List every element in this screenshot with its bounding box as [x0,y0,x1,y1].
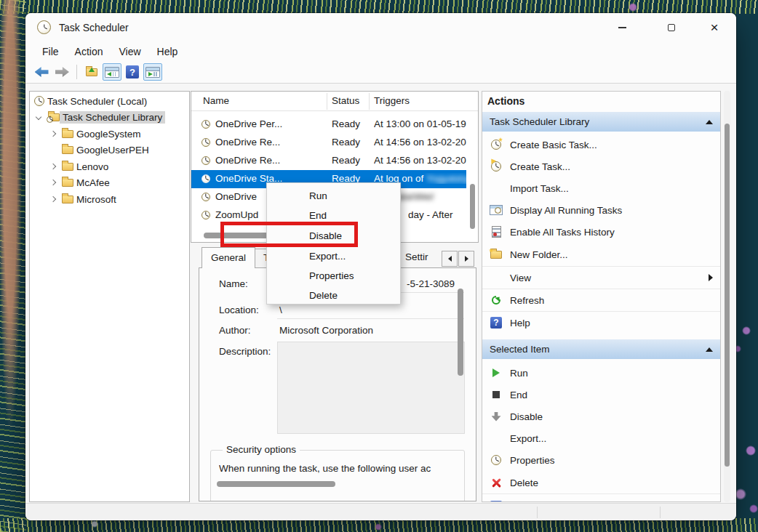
collapse-icon[interactable] [706,120,713,124]
task-icon [202,211,210,219]
folder-icon [62,196,73,203]
action-help[interactable]: ? Help [482,312,720,334]
action-create-task[interactable]: Create Task... [482,156,720,177]
security-options-legend: Security options [223,444,300,455]
action-end[interactable]: End [482,384,720,406]
menu-help[interactable]: Help [149,44,186,60]
context-menu-delete[interactable]: Delete [267,286,400,306]
column-separator[interactable] [327,93,327,110]
tree-item-lenovo[interactable]: Lenovo [30,158,189,174]
action-run[interactable]: Run [482,362,720,384]
redacted-text: Yogyata\yog [426,173,466,184]
tree-item-googlesystem[interactable]: GoogleSystem [30,126,189,142]
action-display-running-tasks[interactable]: Display All Running Tasks [482,199,720,221]
status-separator [660,507,661,518]
chevron-right-icon[interactable] [50,131,56,137]
name-label: Name: [219,278,248,289]
task-row[interactable]: OneDrive Re... Ready At 14:56 on 13-02-2… [191,152,466,170]
action-refresh[interactable]: Refresh [482,289,720,311]
tree-item-library[interactable]: Task Scheduler Library [30,109,189,125]
security-options-text: When running the task, use the following… [219,463,459,474]
task-icon [202,138,210,147]
back-button[interactable] [32,63,51,81]
task-status: Ready [332,137,360,148]
run-icon [489,368,503,377]
column-status[interactable]: Status [332,95,359,106]
desktop: Task Scheduler × File Action View Help ? [0,0,758,532]
status-separator [537,507,538,518]
action-view[interactable]: View [482,267,720,289]
tree-item-microsoft[interactable]: Microsoft [30,191,189,207]
context-menu-export[interactable]: Export... [267,246,400,267]
chevron-right-icon[interactable] [50,180,56,185]
context-menu-properties[interactable]: Properties [267,266,400,286]
end-icon [489,391,503,398]
task-icon [202,174,210,183]
show-action-pane-button[interactable] [143,63,162,81]
action-enable-history[interactable]: Enable All Tasks History [482,221,720,243]
running-tasks-icon [489,205,503,215]
properties-icon [489,455,503,465]
column-separator[interactable] [369,93,370,110]
tab-scroll-left-button[interactable] [442,251,458,267]
task-row[interactable]: OneDrive Re... Ready At 14:56 on 13-02-2… [191,134,466,152]
field-divider [277,318,464,319]
task-row[interactable]: OneDrive Per... Ready At 13:00 on 01-05-… [191,116,466,134]
minimize-icon [618,27,626,28]
close-button[interactable]: × [700,17,729,39]
chevron-right-icon[interactable] [50,196,56,202]
description-label: Description: [219,346,271,357]
toolbar: ? [25,61,736,84]
menu-file[interactable]: File [34,44,67,60]
action-create-basic-task[interactable]: Create Basic Task... [482,134,720,156]
refresh-icon [489,296,503,305]
actions-scrollbar-track[interactable] [724,91,730,502]
help-button[interactable]: ? [123,63,142,81]
collapse-icon[interactable] [706,347,713,352]
task-list-header: Name Status Triggers [191,92,478,111]
minimize-button[interactable] [607,17,637,39]
actions-section-selected-item[interactable]: Selected Item [482,339,720,359]
tab-general[interactable]: General [202,247,255,268]
tree-item-googleuserpeh[interactable]: GoogleUserPEH [30,142,189,158]
column-triggers[interactable]: Triggers [374,95,410,106]
tab-scroll-right-button[interactable] [458,251,474,267]
annotation-highlight-disable [220,222,358,247]
action-disable[interactable]: Disable [482,406,720,427]
action-help-cut[interactable]: ? [482,496,720,502]
action-delete[interactable]: Delete [482,472,720,493]
description-field[interactable] [277,342,465,434]
tree-item-root[interactable]: Task Scheduler (Local) [30,93,189,109]
forward-button[interactable] [52,63,71,81]
location-label: Location: [219,305,259,315]
chevron-right-icon[interactable] [50,164,56,169]
help-icon: ? [489,317,503,329]
details-vertical-scrollbar[interactable] [458,289,463,376]
wallpaper-grass-top [0,0,758,14]
redacted-text: gyata\Wei/ [388,191,479,202]
task-scheduler-logo-icon [37,20,51,34]
column-name[interactable]: Name [203,95,229,106]
action-import-task[interactable]: Import Task... [482,177,720,199]
chevron-down-icon[interactable] [36,114,41,120]
context-menu-run[interactable]: Run [267,186,400,206]
action-new-folder[interactable]: New Folder... [482,243,720,265]
task-name: OneDrive [215,191,257,202]
menu-view[interactable]: View [111,44,148,60]
tree-item-mcafee[interactable]: McAfee [30,174,189,190]
actions-vertical-scrollbar[interactable] [725,124,730,467]
maximize-button[interactable] [657,17,686,39]
show-console-tree-button[interactable] [103,63,121,81]
action-export[interactable]: Export... [482,427,720,449]
details-horizontal-scrollbar[interactable] [217,481,335,487]
actions-section-library[interactable]: Task Scheduler Library [482,112,720,132]
tree-folder-label: Lenovo [73,161,111,173]
list-vertical-scrollbar[interactable] [470,184,475,229]
menu-action[interactable]: Action [67,44,111,60]
tab-settings[interactable]: Settir [396,249,440,268]
up-folder-button[interactable] [82,63,101,81]
title-bar[interactable]: Task Scheduler × [25,13,736,42]
action-properties[interactable]: Properties [482,449,720,471]
name-value: -5-21-3089 [407,278,455,289]
security-options-group [210,450,465,501]
